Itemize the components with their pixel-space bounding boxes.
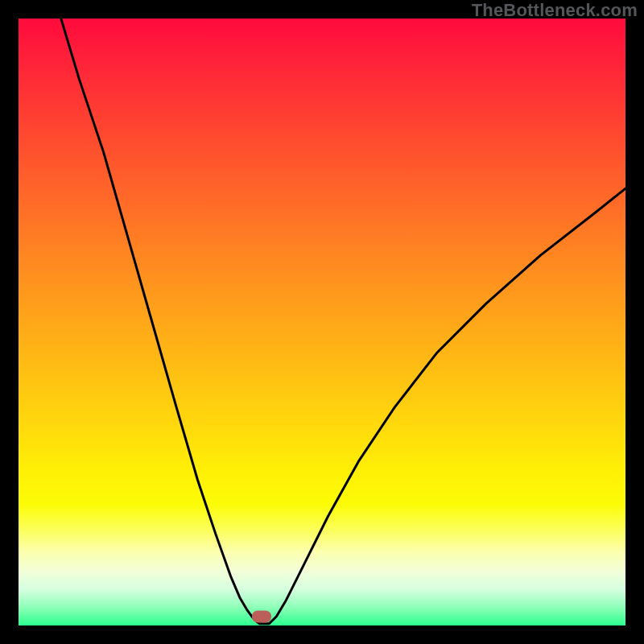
watermark-label: TheBottleneck.com xyxy=(472,0,638,21)
bottleneck-curve xyxy=(19,19,625,625)
plot-area xyxy=(19,19,625,625)
chart-frame: TheBottleneck.com xyxy=(0,0,644,644)
bottleneck-marker-icon xyxy=(252,610,271,622)
